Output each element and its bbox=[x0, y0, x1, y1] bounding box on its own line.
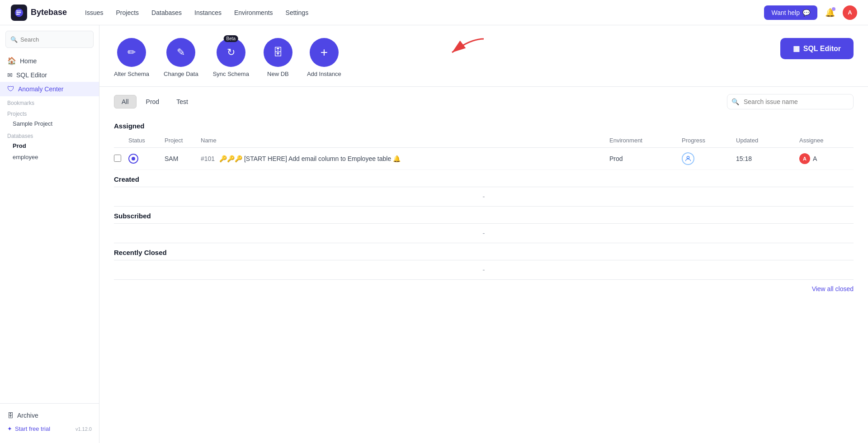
logo[interactable]: Bytebase bbox=[11, 5, 67, 21]
add-instance-button[interactable]: + Add Instance bbox=[307, 38, 341, 77]
row-checkbox[interactable] bbox=[114, 155, 121, 162]
version-label: v1.12.0 bbox=[75, 426, 92, 432]
nav-actions: Want help 💬 🔔 A bbox=[764, 5, 857, 20]
main-content: ✏ Alter Schema ✎ Change Data Beta ↻ Sync… bbox=[99, 25, 868, 443]
sidebar-item-anomaly-center[interactable]: 🛡 Anomaly Center bbox=[0, 82, 99, 96]
search-icon: 🔍 bbox=[10, 36, 18, 43]
archive-label: Archive bbox=[17, 412, 38, 419]
archive-item[interactable]: 🗄 Archive bbox=[7, 409, 92, 422]
row-issue-number: #101 bbox=[201, 155, 215, 162]
col-name: Name bbox=[201, 137, 609, 144]
sidebar-anomaly-label: Anomaly Center bbox=[18, 85, 63, 93]
search-input[interactable] bbox=[20, 36, 96, 43]
svg-point-1 bbox=[16, 10, 18, 11]
new-db-icon: 🗄 bbox=[264, 38, 292, 67]
sidebar-sample-project[interactable]: Sample Project bbox=[0, 118, 99, 129]
sidebar-search[interactable]: 🔍 ⌘ K bbox=[5, 31, 94, 48]
nav-environments[interactable]: Environments bbox=[234, 9, 273, 16]
issue-search-icon: 🔍 bbox=[731, 98, 739, 105]
add-instance-label: Add Instance bbox=[307, 71, 341, 77]
sidebar-db-prod[interactable]: Prod bbox=[0, 140, 99, 151]
created-empty: - bbox=[114, 187, 854, 206]
alter-schema-icon: ✏ bbox=[117, 38, 146, 67]
nav-issues[interactable]: Issues bbox=[85, 9, 103, 16]
notification-button[interactable]: 🔔 bbox=[823, 5, 837, 20]
sql-editor-btn-label: SQL Editor bbox=[803, 45, 841, 53]
user-avatar[interactable]: A bbox=[843, 5, 857, 20]
filter-tab-test[interactable]: Test bbox=[169, 95, 196, 108]
progress-person-icon bbox=[682, 152, 694, 165]
sync-schema-button[interactable]: Beta ↻ Sync Schema bbox=[213, 38, 249, 77]
row-environment: Prod bbox=[609, 155, 682, 162]
row-status-cell bbox=[128, 154, 165, 164]
new-db-button[interactable]: 🗄 New DB bbox=[264, 38, 292, 77]
sync-schema-icon: ↻ bbox=[217, 38, 245, 67]
issue-search-input[interactable] bbox=[727, 94, 854, 109]
change-data-button[interactable]: ✎ Change Data bbox=[164, 38, 198, 77]
change-data-label: Change Data bbox=[164, 71, 198, 77]
sql-editor-button[interactable]: ▦ SQL Editor bbox=[780, 38, 854, 59]
sidebar-home-label: Home bbox=[20, 57, 37, 65]
col-project: Project bbox=[165, 137, 201, 144]
filter-tabs: All Prod Test bbox=[114, 95, 196, 108]
nav-projects[interactable]: Projects bbox=[116, 9, 139, 16]
logo-icon bbox=[11, 5, 27, 21]
row-progress-cell bbox=[682, 152, 736, 165]
filter-tab-prod[interactable]: Prod bbox=[138, 95, 167, 108]
col-updated: Updated bbox=[736, 137, 799, 144]
view-all-closed-link[interactable]: View all closed bbox=[99, 280, 868, 298]
beta-badge: Beta bbox=[223, 35, 238, 42]
col-environment: Environment bbox=[609, 137, 682, 144]
row-updated: 15:18 bbox=[736, 155, 799, 162]
subscribed-empty: - bbox=[114, 224, 854, 243]
filter-tab-all[interactable]: All bbox=[114, 95, 137, 108]
shield-icon: 🛡 bbox=[7, 85, 14, 93]
row-assignee-cell: A A bbox=[799, 153, 854, 164]
row-project: SAM bbox=[165, 155, 201, 162]
sql-editor-icon: ✉ bbox=[7, 71, 13, 79]
issue-search-wrapper: 🔍 bbox=[727, 94, 854, 109]
assignee-name: A bbox=[813, 155, 817, 162]
add-instance-icon: + bbox=[310, 38, 339, 67]
alter-schema-button[interactable]: ✏ Alter Schema bbox=[114, 38, 149, 77]
databases-label: Databases bbox=[0, 129, 99, 140]
col-assignee: Assignee bbox=[799, 137, 854, 144]
sparkle-icon: ✦ bbox=[7, 425, 12, 432]
sidebar-item-home[interactable]: 🏠 Home bbox=[0, 53, 99, 68]
sidebar-sql-label: SQL Editor bbox=[16, 71, 47, 79]
nav-links: Issues Projects Databases Instances Envi… bbox=[85, 9, 764, 16]
assignee-avatar: A bbox=[799, 153, 810, 164]
new-db-label: New DB bbox=[267, 71, 289, 77]
sidebar: 🔍 ⌘ K 🏠 Home ✉ SQL Editor 🛡 Anomaly Cent… bbox=[0, 25, 99, 443]
nav-instances[interactable]: Instances bbox=[194, 9, 222, 16]
alter-schema-label: Alter Schema bbox=[114, 71, 149, 77]
row-name: #101 🔑🔑🔑 [START HERE] Add email column t… bbox=[201, 155, 609, 162]
archive-icon: 🗄 bbox=[7, 412, 14, 419]
chat-icon: 💬 bbox=[802, 9, 810, 16]
nav-settings[interactable]: Settings bbox=[286, 9, 309, 16]
filter-bar: All Prod Test 🔍 bbox=[99, 87, 868, 117]
table-header: Status Project Name Environment Progress… bbox=[114, 133, 854, 148]
change-data-icon: ✎ bbox=[166, 38, 195, 67]
issues-section: Assigned Status Project Name Environment… bbox=[99, 117, 868, 280]
sidebar-item-sql-editor[interactable]: ✉ SQL Editor bbox=[0, 68, 99, 82]
action-buttons: ✏ Alter Schema ✎ Change Data Beta ↻ Sync… bbox=[114, 38, 341, 77]
app-body: 🔍 ⌘ K 🏠 Home ✉ SQL Editor 🛡 Anomaly Cent… bbox=[0, 25, 868, 443]
nav-databases[interactable]: Databases bbox=[151, 9, 182, 16]
col-status: Status bbox=[128, 137, 165, 144]
sql-editor-btn-icon: ▦ bbox=[793, 44, 800, 53]
created-title: Created bbox=[114, 170, 854, 187]
subscribed-title: Subscribed bbox=[114, 207, 854, 223]
svg-point-2 bbox=[16, 12, 18, 13]
want-help-button[interactable]: Want help 💬 bbox=[764, 5, 817, 20]
top-nav: Bytebase Issues Projects Databases Insta… bbox=[0, 0, 868, 25]
svg-point-3 bbox=[16, 14, 18, 15]
projects-label: Projects bbox=[0, 107, 99, 118]
assigned-title: Assigned bbox=[114, 117, 854, 133]
home-icon: 🏠 bbox=[7, 57, 16, 65]
table-row[interactable]: SAM #101 🔑🔑🔑 [START HERE] Add email colu… bbox=[114, 148, 854, 170]
notification-dot bbox=[832, 7, 835, 11]
start-trial-link[interactable]: ✦ Start free trial bbox=[7, 425, 50, 432]
sidebar-db-employee[interactable]: employee bbox=[0, 151, 99, 163]
row-issue-name: 🔑🔑🔑 [START HERE] Add email column to Emp… bbox=[219, 155, 401, 162]
